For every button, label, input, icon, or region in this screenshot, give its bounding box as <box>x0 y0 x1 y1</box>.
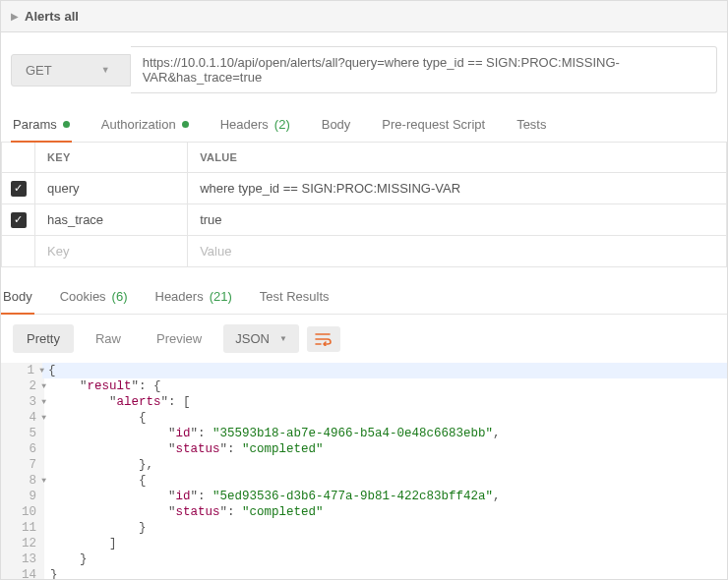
lineno: 1 <box>27 364 34 377</box>
status-dot-icon <box>182 121 189 128</box>
code-text: }, <box>44 457 153 473</box>
lineno: 3 <box>29 395 36 409</box>
lineno: 12 <box>22 537 36 551</box>
tab-prerequest[interactable]: Pre-request Script <box>380 107 487 142</box>
param-key[interactable]: query <box>35 173 188 204</box>
view-pretty-button[interactable]: Pretty <box>13 324 74 353</box>
tab-params[interactable]: Params <box>11 107 72 142</box>
code-text: { <box>44 410 147 426</box>
tab-body[interactable]: Body <box>320 107 353 142</box>
tab-prereq-label: Pre-request Script <box>382 117 485 132</box>
code-text: "status": "completed" <box>44 504 324 520</box>
param-value-placeholder[interactable]: Value <box>188 236 727 267</box>
fold-icon[interactable]: ▼ <box>41 394 46 410</box>
tab-headers[interactable]: Headers(2) <box>218 107 292 142</box>
table-row: ✓ query where type_id == SIGN:PROC:MISSI… <box>2 173 727 204</box>
code-text: "id": "35593b18-ab7e-4966-b5a4-0e48c6683… <box>44 426 501 441</box>
col-value: VALUE <box>188 143 727 173</box>
lineno: 9 <box>29 490 36 503</box>
tab-body-label: Body <box>322 117 351 132</box>
tab-tests[interactable]: Tests <box>515 107 548 142</box>
code-text: "status": "completed" <box>44 441 324 457</box>
tab-headers-label: Headers <box>220 117 269 132</box>
tab-params-label: Params <box>13 117 57 132</box>
lineno: 14 <box>22 568 36 580</box>
lineno: 10 <box>22 505 36 519</box>
collapse-icon: ▶ <box>11 11 19 22</box>
chevron-down-icon: ▼ <box>279 334 287 343</box>
checkbox[interactable]: ✓ <box>11 212 27 228</box>
tab-header[interactable]: ▶ Alerts all <box>1 1 727 32</box>
http-method-select[interactable]: GET ▼ <box>11 54 131 87</box>
lineno: 8 <box>29 474 36 488</box>
lineno: 11 <box>22 521 36 535</box>
checkbox[interactable]: ✓ <box>11 181 27 197</box>
response-view-bar: Pretty Raw Preview JSON ▼ <box>1 315 727 363</box>
chevron-down-icon: ▼ <box>101 65 110 75</box>
code-text: } <box>44 551 88 567</box>
code-text: "alerts": [ <box>44 394 191 410</box>
lineno: 7 <box>29 458 36 472</box>
tab-tests-label: Tests <box>516 117 546 132</box>
param-key[interactable]: has_trace <box>35 204 188 236</box>
tab-title: Alerts all <box>25 9 79 24</box>
resp-tab-cookies-label: Cookies <box>60 289 106 304</box>
view-raw-button[interactable]: Raw <box>82 324 135 353</box>
fold-icon[interactable]: ▼ <box>41 410 46 426</box>
table-row: ✓ has_trace true <box>2 204 727 236</box>
tab-auth-label: Authorization <box>101 117 176 132</box>
fold-icon[interactable]: ▼ <box>41 473 46 489</box>
resp-tab-tests[interactable]: Test Results <box>258 289 332 314</box>
tab-headers-count: (2) <box>274 117 290 132</box>
code-text: { <box>42 363 727 378</box>
resp-tab-headers-label: Headers <box>155 289 204 304</box>
table-row-empty: Key Value <box>2 236 727 267</box>
code-text: ] <box>44 536 117 551</box>
request-url-row: GET ▼ https://10.0.1.10/api/open/alerts/… <box>1 32 727 107</box>
status-dot-icon <box>63 121 70 128</box>
wrap-icon <box>315 332 333 346</box>
code-text: } <box>44 520 147 536</box>
code-text: { <box>44 473 147 489</box>
code-text: "result": { <box>44 378 161 394</box>
code-text: "id": "5ed93536-d3b6-477a-9b81-422c83bff… <box>44 489 501 504</box>
view-preview-button[interactable]: Preview <box>143 324 215 353</box>
param-key-placeholder[interactable]: Key <box>35 236 188 267</box>
format-label: JSON <box>235 331 270 346</box>
response-body[interactable]: 1▼{ 2▼ "result": { 3▼ "alerts": [ 4▼ { 5… <box>1 363 727 580</box>
resp-tab-headers[interactable]: Headers(21) <box>153 289 234 314</box>
param-value[interactable]: true <box>188 204 727 236</box>
tab-authorization[interactable]: Authorization <box>99 107 191 142</box>
resp-tab-cookies[interactable]: Cookies(6) <box>58 289 130 314</box>
param-value[interactable]: where type_id == SIGN:PROC:MISSING-VAR <box>188 173 727 204</box>
code-text: } <box>44 567 58 580</box>
lineno: 6 <box>29 442 36 456</box>
format-select[interactable]: JSON ▼ <box>223 324 299 353</box>
resp-tab-headers-count: (21) <box>210 289 232 304</box>
col-key: KEY <box>35 143 188 173</box>
lineno: 13 <box>22 552 36 566</box>
lineno: 4 <box>29 411 36 425</box>
resp-tab-body[interactable]: Body <box>1 289 34 314</box>
http-method-label: GET <box>26 63 52 78</box>
request-tabs: Params Authorization Headers(2) Body Pre… <box>1 107 727 143</box>
resp-tab-cookies-count: (6) <box>112 289 128 304</box>
col-check <box>2 143 35 173</box>
url-input[interactable]: https://10.0.1.10/api/open/alerts/all?qu… <box>131 46 717 93</box>
params-table: KEY VALUE ✓ query where type_id == SIGN:… <box>1 143 727 267</box>
fold-icon[interactable]: ▼ <box>41 378 46 394</box>
response-tabs: Body Cookies(6) Headers(21) Test Results <box>1 277 727 315</box>
wrap-lines-button[interactable] <box>307 326 340 352</box>
resp-tab-tests-label: Test Results <box>260 289 330 304</box>
fold-icon[interactable]: ▼ <box>39 363 44 378</box>
resp-tab-body-label: Body <box>3 289 32 304</box>
lineno: 2 <box>29 379 36 393</box>
lineno: 5 <box>29 427 36 440</box>
